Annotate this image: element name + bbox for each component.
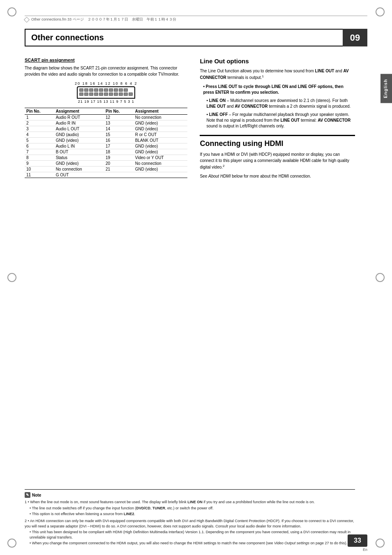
file-info-bar: Other connections.fm 33 ページ ２０００７年１月１７日 … — [25, 16, 367, 22]
assignment-2 — [134, 172, 188, 178]
corner-decoration-tr — [376, 7, 385, 16]
table-row: 9 GND (video) 20 No connection — [25, 161, 187, 166]
scart-pin — [129, 92, 133, 96]
assignment-1: B OUT — [54, 149, 104, 155]
hdmi-text-2: See About HDMI below for more about the … — [200, 173, 355, 179]
line-out-bullet-main: • Press LINE OUT to cycle through LINE O… — [200, 84, 355, 95]
pin-assignment-table: Pin No. Assignment Pin No. Assignment 1 … — [25, 108, 187, 178]
scart-pin — [99, 92, 103, 96]
assignment-2: BLANK OUT — [134, 138, 188, 143]
pin-number-2: 19 — [104, 155, 134, 161]
scart-heading: SCART pin assignment — [25, 58, 187, 62]
pin-number-2: 12 — [104, 115, 134, 120]
scart-pin — [124, 92, 128, 96]
assignment-1: GND (video) — [54, 138, 104, 143]
assignment-2: No connection — [134, 115, 188, 120]
pin-number-2: 14 — [104, 126, 134, 132]
scart-description: The diagram below shows the SCART 21-pin… — [25, 65, 187, 77]
note-2-main: 2 • An HDMI connection can only be made … — [25, 518, 355, 529]
table-row: 3 Audio L OUT 14 GND (video) — [25, 126, 187, 132]
two-column-layout: SCART pin assignment The diagram below s… — [25, 58, 355, 182]
note-header: ✎ Note — [25, 492, 355, 498]
assignment-2: GND (video) — [134, 166, 188, 172]
note-1-main: 1 • When the line out mode is on, most s… — [25, 500, 355, 505]
note-1-sub1: • The line out mode switches off if you … — [25, 506, 355, 511]
scart-pin — [104, 88, 108, 92]
scart-numbers-bottom: 21 19 17 15 13 11 9 7 5 3 1 — [25, 99, 187, 104]
assignment-2: GND (video) — [134, 120, 188, 126]
pin-number-1: 7 — [25, 149, 54, 155]
assignment-1: GND (video) — [54, 161, 104, 166]
assignment-1: No connection — [54, 166, 104, 172]
scart-pin — [109, 92, 113, 96]
table-row: 1 Audio R OUT 12 No connection — [25, 115, 187, 120]
scart-pin — [119, 92, 123, 96]
table-row: 11 G OUT — [25, 172, 187, 178]
table-header-assign1: Assignment — [54, 108, 104, 115]
corner-decoration-br — [376, 539, 385, 548]
assignment-2: GND (video) — [134, 149, 188, 155]
note-icon: ✎ — [25, 492, 30, 498]
scart-pin — [104, 92, 108, 96]
scart-pin — [89, 92, 93, 96]
hdmi-text-1: If you have a HDMI or DVI (with HDCP) eq… — [200, 151, 355, 170]
assignment-1: G OUT — [54, 172, 104, 178]
table-header-assign2: Assignment — [134, 108, 188, 115]
assignment-2: Video or Y OUT — [134, 155, 188, 161]
scart-pin — [94, 88, 98, 92]
page-locale: En — [363, 548, 367, 552]
hdmi-text: If you have a HDMI or DVI (with HDCP) eq… — [200, 151, 355, 179]
scart-pin — [89, 88, 93, 92]
pin-number-2: 16 — [104, 138, 134, 143]
right-column: Line Out options The Line Out function a… — [200, 58, 355, 182]
scart-connector — [77, 86, 135, 99]
pin-number-2: 17 — [104, 143, 134, 149]
pin-number-1: 2 — [25, 120, 54, 126]
pin-number-1: 1 — [25, 115, 54, 120]
chapter-number: 09 — [343, 29, 367, 46]
assignment-2: GND (video) — [134, 143, 188, 149]
assignment-1: Audio R IN — [54, 120, 104, 126]
pin-number-1: 11 — [25, 172, 54, 178]
left-column: SCART pin assignment The diagram below s… — [25, 58, 187, 182]
table-row: 6 Audio L IN 17 GND (video) — [25, 143, 187, 149]
scart-pin — [84, 92, 88, 96]
assignment-1: Audio L IN — [54, 143, 104, 149]
pin-number-2: 15 — [104, 132, 134, 138]
scart-pin — [79, 88, 83, 92]
assignment-1: Audio L OUT — [54, 126, 104, 132]
hdmi-heading: Connecting using HDMI — [200, 139, 355, 148]
hdmi-section: Connecting using HDMI If you have a HDMI… — [200, 135, 355, 179]
scart-pin — [114, 88, 118, 92]
table-row: 4 GND (audio) 15 R or C OUT — [25, 132, 187, 138]
assignment-1: Status — [54, 155, 104, 161]
scart-pin — [124, 88, 128, 92]
file-info-text: Other connections.fm 33 ページ ２０００７年１月１７日 … — [31, 17, 176, 22]
line-out-heading: Line Out options — [200, 58, 355, 65]
page-number-box: 33 — [348, 534, 367, 547]
pin-number-1: 4 — [25, 132, 54, 138]
pin-number-2 — [104, 172, 134, 178]
chapter-title: Other connections — [25, 29, 343, 46]
pin-number-1: 6 — [25, 143, 54, 149]
table-row: 5 GND (video) 16 BLANK OUT — [25, 138, 187, 143]
note-1-sub2: • This option is not effective when list… — [25, 511, 355, 517]
scart-pin — [94, 92, 98, 96]
notes-section: ✎ Note 1 • When the line out mode is on,… — [25, 489, 355, 547]
assignment-2: No connection — [134, 161, 188, 166]
language-tab: English — [380, 74, 392, 103]
pin-number-1: 3 — [25, 126, 54, 132]
corner-decoration-bl — [7, 539, 16, 548]
pin-number-1: 8 — [25, 155, 54, 161]
corner-decoration-mr — [376, 273, 385, 282]
line-out-description: The Line Out function allows you to dete… — [200, 68, 355, 81]
scart-pin — [119, 88, 123, 92]
scart-row-top — [79, 88, 133, 92]
scart-diagram: 20 18 16 14 12 10 8 6 4 2 — [25, 81, 187, 104]
table-row: 10 No connection 21 GND (video) — [25, 166, 187, 172]
table-header-pin1: Pin No. — [25, 108, 54, 115]
assignment-2: GND (video) — [134, 126, 188, 132]
table-row: 7 B OUT 18 GND (video) — [25, 149, 187, 155]
scart-numbers-top: 20 18 16 14 12 10 8 6 4 2 — [25, 81, 187, 86]
pin-number-2: 18 — [104, 149, 134, 155]
